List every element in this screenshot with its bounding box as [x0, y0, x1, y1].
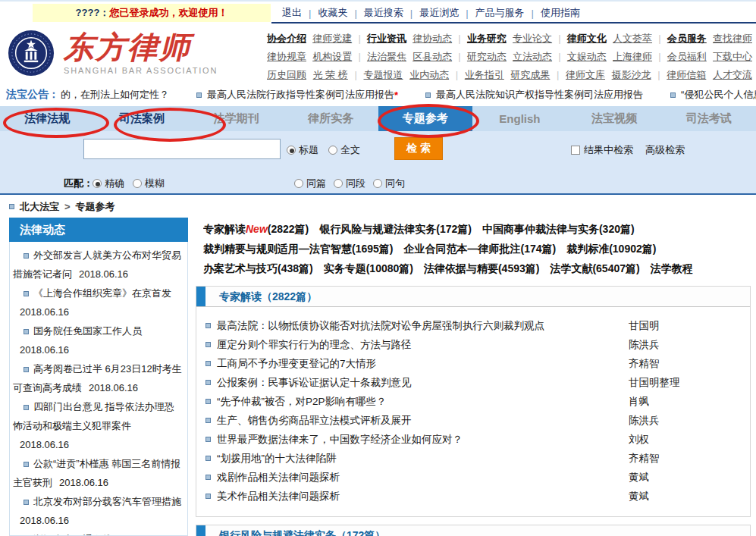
breadcrumb-current: 专题参考 [76, 200, 115, 214]
topbar-link[interactable]: 最近搜索 [364, 6, 403, 20]
header-nav-link[interactable]: 会员服务 [667, 32, 707, 45]
bullet-icon [24, 462, 29, 467]
tab-english[interactable]: English [472, 106, 567, 131]
radio-same-sentence[interactable]: 同句 [373, 177, 405, 190]
category-link[interactable]: 企业合同范本—律师批注(174篇) [403, 243, 556, 255]
article-title[interactable]: 最高法院：以物抵债协议能否对抗法院对讼争房屋强制执行六则裁判观点 [205, 319, 629, 333]
news-date: 2018.06.16 [79, 268, 128, 280]
radio-fulltext[interactable]: 全文 [328, 143, 360, 157]
article-title[interactable]: “先予仲裁”被否，对P2P影响有哪些？ [205, 395, 629, 409]
header-nav-link[interactable]: 上海律师 [613, 50, 652, 64]
header-nav-link[interactable]: 下载中心 [713, 50, 752, 64]
sidebar-news-item[interactable]: 高考阅卷已过半 6月23日12时考生可查询高考成绩2018.06.16 [13, 359, 184, 397]
bullet-icon [205, 437, 211, 442]
sidebar-news-item[interactable]: 公款“进贡”朴槿惠 韩国三名前情报主官获刑2018.06.16 [13, 454, 184, 492]
radio-same-paragraph[interactable]: 同段 [334, 177, 365, 190]
announcement-item[interactable]: “侵犯公民个人信息罪”专题 [670, 88, 756, 102]
tab-judicial-exam[interactable]: 司法考试 [661, 106, 756, 131]
radio-exact[interactable]: 精确 [93, 177, 124, 190]
category-link[interactable]: 法学文献(65407篇) [550, 262, 639, 274]
topbar-link[interactable]: 收藏夹 [318, 6, 347, 20]
announcement-item[interactable]: 最高人民法院行政指导性案例司法应用报告* [196, 88, 398, 102]
article-title[interactable]: 生产、销售伪劣商品罪立法模式评析及展开 [205, 414, 629, 428]
header-nav-link[interactable]: 专题报道 [364, 68, 403, 82]
header-nav-link[interactable]: 协会介绍 [267, 32, 306, 45]
header-nav-link[interactable]: 会员福利 [667, 50, 707, 64]
header-nav-link[interactable]: 立法动态 [513, 50, 552, 64]
header-nav-link[interactable]: 研究成果 [510, 68, 550, 82]
header-nav: 协会介绍律师党建|行业资讯律协动态|业务研究专业论文|律师文化人文荟萃|会员服务… [267, 31, 752, 82]
radio-fuzzy[interactable]: 模糊 [133, 177, 165, 190]
header-nav-link[interactable]: 人才交流 [713, 68, 752, 82]
announcement-item[interactable]: 最高人民法院知识产权指导性案例司法应用报告 [425, 88, 643, 102]
article-title[interactable]: 工商局不予办理变更登记的7大情形 [205, 357, 629, 371]
header-nav-link[interactable]: 摄影沙龙 [612, 68, 651, 82]
header-nav-link[interactable]: 法治聚焦 [367, 50, 406, 64]
header-nav-link[interactable]: 区县动态 [413, 50, 452, 64]
article-title[interactable]: 厘定分则个罪实行行为的理念、方法与路径 [205, 338, 629, 352]
header-nav-link[interactable]: 光 荣 榜 [313, 68, 348, 82]
article-row: 工商局不予办理变更登记的7大情形齐精智 [205, 354, 742, 373]
panel-accent-icon [196, 525, 205, 536]
header-nav-link[interactable]: 专业论文 [513, 32, 552, 45]
article-author: 黄斌 [629, 471, 742, 484]
header-nav-link[interactable]: 律师文库 [566, 68, 605, 82]
category-link[interactable]: 裁判精要与规则适用—法官智慧(1695篇) [203, 243, 393, 255]
sidebar-news-item[interactable]: 浙江全省开通在线ODR平 [13, 530, 184, 536]
sidebar-news-item[interactable]: 北京发布对部分载客汽车管理措施2018.06.16 [13, 492, 184, 530]
sidebar-news-item[interactable]: 《上海合作组织宪章》在京首发2018.06.16 [13, 284, 184, 321]
radio-title[interactable]: 标题 [287, 143, 318, 157]
category-link[interactable]: 裁判标准(10902篇) [566, 243, 656, 255]
header-nav-link[interactable]: 业内动态 [409, 68, 449, 82]
news-date: 2018.06.16 [59, 477, 108, 488]
category-link[interactable]: 专家解读New(2822篇) [203, 223, 309, 235]
category-link[interactable]: 中国商事仲裁法律与实务(320篇) [482, 223, 635, 235]
article-title[interactable]: “划拨用地”的十大法律陷阱 [205, 452, 629, 465]
bullet-icon [670, 92, 676, 98]
header-nav-link[interactable]: 人文荟萃 [613, 32, 652, 45]
category-count: (4593篇) [498, 262, 539, 274]
header-nav-link[interactable]: 机构设置 [312, 50, 352, 64]
announcement-lead-link[interactable]: 的，在刑法上如何定性？ [61, 88, 169, 102]
header-nav-link[interactable]: 律师信箱 [667, 68, 706, 82]
tab-fabao-video[interactable]: 法宝视频 [567, 106, 662, 131]
category-link[interactable]: 法学教程 [651, 262, 693, 274]
tab-firm-practice[interactable]: 律所实务 [284, 106, 378, 131]
radio-same-article[interactable]: 同篇 [294, 177, 326, 190]
article-title[interactable]: 公报案例：民事诉讼证据认定十条裁判意见 [205, 376, 629, 390]
category-link[interactable]: 银行风险与规避法律实务(172篇) [319, 223, 472, 235]
search-in-results-checkbox[interactable]: 结果中检索 [571, 143, 633, 157]
header-nav-link[interactable]: 业务指引 [465, 68, 504, 82]
article-author: 肖飒 [629, 395, 742, 409]
bank-risk-panel: 银行风险与规避法律实务（172篇） [196, 525, 751, 536]
article-title[interactable]: 美术作品相关法律问题探析 [205, 490, 629, 503]
sidebar-news-item[interactable]: 国务院任免国家工作人员2018.06.16 [13, 321, 184, 359]
news-title: 北京发布对部分载客汽车管理措施 [33, 496, 181, 507]
search-input[interactable] [83, 139, 281, 159]
header-nav-link[interactable]: 律协规章 [267, 50, 306, 64]
sidebar-news-item[interactable]: 外交部发言人就美方公布对华贸易措施答记者问2018.06.16 [13, 246, 184, 284]
topbar-link[interactable]: 使用指南 [541, 6, 580, 20]
category-link[interactable]: 实务专题(10080篇) [324, 262, 413, 274]
advanced-search-link[interactable]: 高级检索 [645, 143, 685, 157]
header-nav-link[interactable]: 律师党建 [312, 32, 352, 45]
search-button[interactable]: 检 索 [394, 137, 443, 160]
header-nav-link[interactable]: 业务研究 [467, 32, 507, 45]
category-link[interactable]: 法律依据与精要(4593篇) [424, 262, 539, 274]
topbar-link[interactable]: 最近浏览 [419, 6, 459, 20]
article-title[interactable]: 戏剧作品相关法律问题探析 [205, 471, 629, 484]
article-title[interactable]: 世界最严数据法律来了，中国数字经济企业如何应对？ [205, 433, 629, 447]
header-nav-link[interactable]: 研究动态 [467, 50, 507, 64]
topbar-link[interactable]: 产品与服务 [475, 6, 525, 20]
header-nav-link[interactable]: 律协动态 [413, 32, 452, 45]
sidebar-news-item[interactable]: 四部门出台意见 指导依法办理恐怖活动和极端主义犯罪案件2018.06.16 [13, 397, 184, 454]
category-link[interactable]: 办案艺术与技巧(438篇) [203, 262, 313, 274]
header-nav-link[interactable]: 历史回顾 [267, 68, 306, 82]
header-nav-link[interactable]: 查找律师 [713, 32, 752, 45]
breadcrumb-home[interactable]: 北大法宝 [20, 200, 59, 214]
topbar-link[interactable]: 退出 [282, 6, 302, 20]
news-date: 2018.06.16 [89, 382, 138, 393]
header-nav-link[interactable]: 文娱动态 [567, 50, 607, 64]
header-nav-link[interactable]: 行业资讯 [367, 32, 406, 45]
header-nav-link[interactable]: 律师文化 [567, 32, 607, 45]
